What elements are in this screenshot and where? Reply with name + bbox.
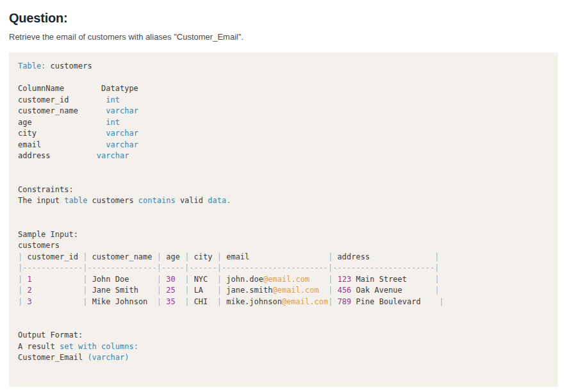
code-token: mike.johnson [222,297,282,306]
code-line: customer_id int [18,95,549,106]
code-token [176,297,185,306]
code-line: |-------------|---------------|-----|---… [18,263,549,274]
code-token: | [157,275,161,284]
code-token [32,286,83,295]
code-token [176,286,185,295]
code-token: @email.com [272,286,318,295]
code-line: The input table customers contains valid… [18,195,549,207]
code-token: set with columns: [60,342,138,351]
code-token: Customer_Email [18,353,87,362]
code-token: valid [176,196,208,205]
code-line: Constraints: [18,184,549,196]
code-token: customer_id [18,95,106,104]
code-token: city [18,129,106,138]
code-token: email [18,140,106,149]
code-token: age [161,252,185,261]
code-line: A result set with columns: [18,341,549,353]
code-token: address [333,252,434,261]
code-token: A result [18,342,60,351]
code-token: Sample Input: [18,230,78,239]
code-line: address varchar [18,151,549,162]
code-token [333,286,337,295]
code-token [32,297,83,306]
code-token: contains [138,196,176,205]
code-token: | [440,297,444,306]
question-code-block: Table: customers ColumnName Datatypecust… [9,53,558,387]
code-line: Customer_Email (varchar) [18,352,549,364]
code-token: customer_name [18,106,106,115]
code-token [319,286,328,295]
code-token: Pine Boulevard [351,297,439,306]
code-token: ColumnName Datatype [18,84,138,93]
code-token: Mike Johnson [87,297,156,306]
code-token: @email.com [263,275,309,284]
code-line: | 2 | Jane Smith | 25 | LA | jane.smith@… [18,285,549,297]
code-token: | [157,286,161,295]
code-token [333,275,337,284]
code-token: | [434,286,439,295]
code-token: (varchar) [87,353,129,362]
code-line [18,72,549,84]
code-token: |-------------|---------------|-----|---… [18,263,439,272]
code-token: varchar [106,129,138,138]
code-token: customers [18,241,60,250]
code-line: | 1 | John Doe | 30 | NYC | john.doe@ema… [18,274,549,286]
code-token: 2 [27,286,31,295]
code-token: | [434,275,439,284]
code-token: | [217,297,222,306]
code-token: | [157,252,161,261]
code-line [18,173,549,184]
question-page: Question: Retrieve the email of customer… [0,0,567,387]
code-line: customer_name varchar [18,106,549,117]
code-line [18,218,549,229]
code-token: @email.com [282,297,328,306]
code-token: 3 [27,297,31,306]
code-line: Sample Input: [18,229,549,241]
code-line [18,162,549,174]
code-line [18,207,549,218]
code-token: Table: [18,61,45,70]
code-token: jane.smith [222,286,272,295]
code-line: | customer_id | customer_name | age | ci… [18,252,549,263]
code-token [32,275,83,284]
code-token: John Doe [87,275,156,284]
code-content: Table: customers ColumnName Datatypecust… [18,61,549,364]
code-token: Jane Smith [87,286,156,295]
code-line: age int [18,117,549,129]
code-token: 123 [338,275,352,284]
code-line: customers [18,240,549,252]
code-token: | [157,297,161,306]
code-line: city varchar [18,128,549,140]
question-heading: Question: [9,10,558,26]
code-token: The input [18,196,64,205]
code-token: data. [208,196,231,205]
code-token [176,275,185,284]
code-token: LA [189,286,217,295]
code-token: email [222,252,328,261]
code-line: ColumnName Datatype [18,83,549,95]
code-token: varchar [106,140,138,149]
code-token: customers [45,61,92,70]
code-line: Output Format: [18,330,549,341]
code-token: table [64,196,87,205]
code-token: customer_name [87,252,156,261]
code-token: 1 [27,275,31,284]
code-token: int [106,118,120,127]
code-line: | 3 | Mike Johnson | 35 | CHI | mike.joh… [18,297,549,308]
code-token: CHI [189,297,217,306]
question-description: Retrieve the email of customers with ali… [9,32,558,42]
code-token [309,275,328,284]
code-token: 789 [338,297,352,306]
code-token: | [217,252,222,261]
code-token: city [189,252,217,261]
code-line [18,307,549,319]
code-line: Table: customers [18,61,549,72]
code-token: 30 [166,275,175,284]
code-line: email varchar [18,140,549,151]
code-token: age [18,118,106,127]
code-token: varchar [106,106,138,115]
code-token: customer_id [22,252,83,261]
code-token: int [106,95,120,104]
code-token: address [18,151,97,160]
code-token: NYC [189,275,217,284]
